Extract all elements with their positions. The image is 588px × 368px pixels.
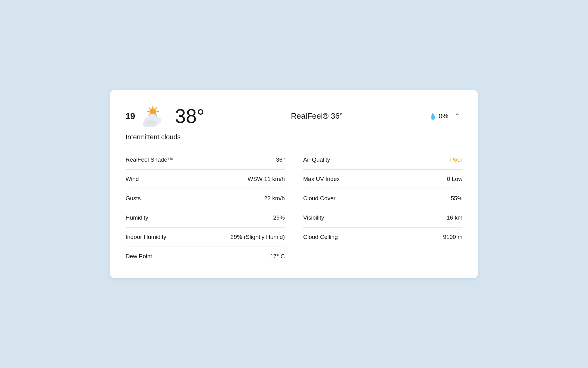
detail-row-left-2: Gusts22 km/h	[126, 189, 285, 208]
detail-row-right-2: Cloud Cover55%	[303, 189, 462, 208]
collapse-button[interactable]: ⌃	[452, 111, 462, 121]
detail-label: Air Quality	[303, 156, 330, 163]
detail-value: 22 km/h	[264, 195, 285, 202]
detail-label: Wind	[126, 176, 139, 182]
detail-label: Indoor Humidity	[126, 234, 166, 240]
right-column: Air QualityPoorMax UV Index0 LowCloud Co…	[303, 150, 462, 266]
drop-icon: 💧	[429, 113, 437, 120]
detail-label: Humidity	[126, 214, 148, 221]
detail-value: 29% (Slightly Humid)	[231, 234, 285, 240]
left-column: RealFeel Shade™36°WindWSW 11 km/hGusts22…	[126, 150, 285, 266]
detail-row-right-0: Air QualityPoor	[303, 150, 462, 170]
day-number: 19	[126, 111, 135, 121]
detail-value: 29%	[273, 214, 285, 221]
detail-row-right-3: Visibility16 km	[303, 208, 462, 228]
detail-value: 0 Low	[447, 176, 462, 182]
detail-value: 55%	[451, 195, 462, 202]
temperature: 38°	[175, 106, 205, 126]
detail-label: Visibility	[303, 214, 324, 221]
detail-label: RealFeel Shade™	[126, 156, 173, 163]
detail-value: 16 km	[447, 214, 462, 221]
real-feel: RealFeel® 36°	[291, 111, 343, 121]
detail-row-left-5: Dew Point17° C	[126, 247, 285, 266]
precipitation-value: 0%	[439, 112, 448, 120]
details-grid: RealFeel Shade™36°WindWSW 11 km/hGusts22…	[126, 150, 462, 266]
detail-row-right-1: Max UV Index0 Low	[303, 170, 462, 189]
svg-line-4	[149, 108, 150, 109]
condition-text: Intermittent clouds	[126, 133, 462, 141]
detail-label: Gusts	[126, 195, 141, 202]
detail-label: Cloud Cover	[303, 195, 336, 202]
detail-value: WSW 11 km/h	[248, 176, 285, 182]
partly-cloudy-icon	[141, 102, 169, 130]
detail-row-left-0: RealFeel Shade™36°	[126, 150, 285, 170]
svg-point-15	[150, 121, 157, 127]
header-section: 19	[126, 102, 462, 130]
detail-row-left-1: WindWSW 11 km/h	[126, 170, 285, 189]
detail-row-left-3: Humidity29%	[126, 208, 285, 228]
detail-row-left-4: Indoor Humidity29% (Slightly Humid)	[126, 228, 285, 247]
header-right: 💧 0% ⌃	[429, 111, 462, 121]
header-left: 19	[126, 102, 205, 130]
weather-card: 19	[110, 90, 478, 278]
detail-value: Poor	[450, 156, 462, 163]
detail-value: 17° C	[270, 253, 285, 260]
weather-icon-container	[141, 102, 169, 130]
detail-value: 36°	[276, 156, 285, 163]
detail-label: Dew Point	[126, 253, 152, 260]
svg-point-8	[149, 108, 156, 115]
detail-label: Max UV Index	[303, 176, 340, 182]
detail-row-right-4: Cloud Ceiling9100 m	[303, 228, 462, 247]
detail-label: Cloud Ceiling	[303, 234, 338, 240]
precipitation: 💧 0%	[429, 112, 448, 120]
svg-line-6	[156, 108, 157, 109]
detail-value: 9100 m	[443, 234, 462, 240]
